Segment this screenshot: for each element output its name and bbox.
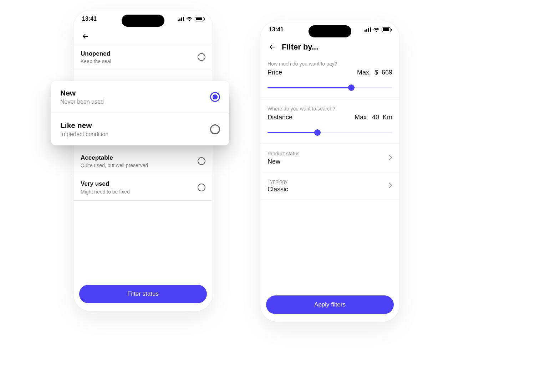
status-value: New	[268, 158, 300, 165]
distance-label: Distance	[268, 114, 292, 121]
popout-option-like-new[interactable]: Like new In perfect condition	[51, 113, 229, 145]
price-label: Price	[268, 69, 282, 76]
back-arrow-icon[interactable]	[81, 32, 90, 41]
status-indicators	[365, 27, 391, 32]
price-section: How much do you want to pay? Price Max. …	[260, 55, 399, 99]
status-option-very-used[interactable]: Very used Might need to be fixed	[73, 174, 213, 200]
status-time: 13:41	[269, 26, 284, 33]
option-title: New	[60, 89, 104, 97]
radio-icon[interactable]	[210, 124, 220, 134]
option-subtitle: In perfect condition	[60, 131, 108, 138]
phone-left: 13:41 Unopened Keep the seal	[73, 10, 213, 311]
status-option-acceptable[interactable]: Acceptable Quite used, but well preserve…	[73, 148, 213, 174]
status-option-unopened[interactable]: Unopened Keep the seal	[73, 44, 213, 70]
wifi-icon	[186, 17, 193, 21]
typology-value: Classic	[268, 186, 288, 193]
phone-right: 13:41 Filter by... How much do you want …	[260, 21, 399, 322]
option-title: Very used	[81, 180, 130, 188]
radio-icon[interactable]	[198, 53, 205, 61]
apply-filters-button[interactable]: Apply filters	[266, 295, 394, 314]
product-status-row[interactable]: Product status New	[260, 144, 399, 172]
distance-hint: Where do you want to search?	[268, 106, 392, 112]
chevron-right-icon	[389, 155, 392, 162]
option-popout-card: New Never been used Like new In perfect …	[51, 81, 229, 145]
distance-slider[interactable]	[268, 129, 392, 136]
battery-icon	[195, 17, 204, 21]
option-title: Acceptable	[81, 154, 148, 162]
cellular-signal-icon	[178, 17, 184, 21]
slider-thumb-icon[interactable]	[314, 129, 321, 136]
radio-icon[interactable]	[198, 157, 205, 165]
popout-option-new[interactable]: New Never been used	[51, 81, 229, 113]
option-subtitle: Never been used	[60, 99, 104, 105]
radio-icon[interactable]	[210, 92, 220, 102]
header: Filter by...	[260, 38, 399, 55]
status-time: 13:41	[82, 16, 97, 22]
status-indicators	[178, 17, 204, 21]
status-hint: Product status	[268, 151, 300, 156]
wifi-icon	[373, 27, 379, 32]
distance-value: Max. 40 Km	[355, 114, 392, 121]
price-value: Max. $ 669	[357, 69, 392, 76]
chevron-right-icon	[389, 182, 392, 190]
typology-hint: Typology	[268, 179, 288, 184]
dynamic-island	[122, 15, 164, 27]
option-subtitle: Might need to be fixed	[81, 189, 130, 195]
option-subtitle: Keep the seal	[81, 58, 111, 64]
filter-status-button[interactable]: Filter status	[79, 285, 207, 303]
distance-section: Where do you want to search? Distance Ma…	[260, 99, 399, 144]
option-subtitle: Quite used, but well preserved	[81, 163, 148, 168]
battery-icon	[382, 27, 391, 32]
price-hint: How much do you want to pay?	[268, 61, 392, 67]
dynamic-island	[309, 25, 351, 37]
cellular-signal-icon	[365, 27, 371, 32]
option-title: Unopened	[81, 50, 111, 58]
page-title: Filter by...	[282, 42, 318, 52]
radio-icon[interactable]	[198, 184, 205, 191]
option-title: Like new	[60, 121, 108, 130]
typology-row[interactable]: Typology Classic	[260, 172, 399, 200]
header	[73, 27, 213, 44]
slider-thumb-icon[interactable]	[348, 84, 355, 91]
price-slider[interactable]	[268, 84, 392, 91]
back-arrow-icon[interactable]	[268, 42, 277, 52]
